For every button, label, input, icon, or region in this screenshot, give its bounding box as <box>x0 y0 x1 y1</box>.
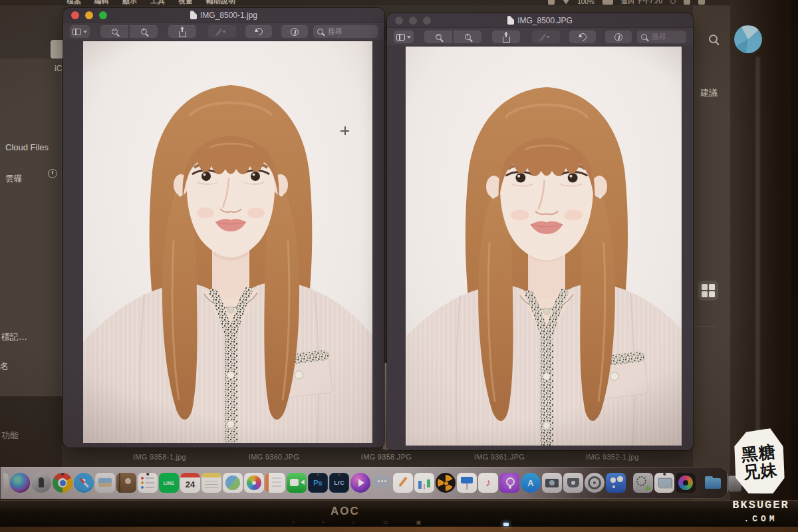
sidebar-item-cloud-files[interactable]: Cloud Files <box>5 142 49 152</box>
media-player-icon[interactable] <box>350 473 370 493</box>
document-icon <box>507 16 514 25</box>
screen: 檔案 編輯 顯示 工具 視窗 輔助說明 100% 週四 下午7:20 <box>0 0 791 501</box>
zoom-out-button[interactable]: − <box>424 31 452 43</box>
menu-item-edit[interactable]: 編輯 <box>94 0 109 5</box>
toolbar: − + <box>387 28 693 45</box>
sidebar-item-tags[interactable]: 標記… <box>1 331 27 343</box>
pages-icon[interactable] <box>393 473 413 493</box>
monitor-buttons[interactable]: ‹›○▭▣ <box>293 519 421 525</box>
search-field[interactable] <box>637 31 686 43</box>
creative-cloud-icon[interactable] <box>676 473 696 493</box>
wifi-icon[interactable] <box>563 0 569 5</box>
rotate-icon <box>253 27 263 37</box>
search-input[interactable] <box>327 27 374 36</box>
line-app-icon[interactable]: LINE <box>159 473 179 493</box>
siri-icon[interactable] <box>10 473 30 493</box>
grid-view-button[interactable] <box>698 281 718 301</box>
preview-window-2: IMG_8500.JPG − + <box>387 13 693 450</box>
siri-icon[interactable] <box>684 0 690 5</box>
sidebar-item-rename-fragment[interactable]: 名 <box>0 360 9 372</box>
image-capture-icon[interactable] <box>542 473 562 493</box>
notes-icon[interactable] <box>201 473 221 493</box>
downloads-folder-icon[interactable] <box>703 473 723 493</box>
dvd-player-icon[interactable] <box>585 473 604 493</box>
photos-icon[interactable] <box>244 473 264 493</box>
launchpad-icon[interactable] <box>31 473 51 493</box>
disk-pie-icon[interactable] <box>734 25 762 53</box>
books-icon[interactable] <box>265 473 285 493</box>
menu-status: 100% 週四 下午7:20 <box>548 0 705 5</box>
sidebar-icon <box>72 29 81 35</box>
rotate-button[interactable] <box>569 31 596 43</box>
app-store-icon[interactable]: A <box>521 473 541 493</box>
markup-pen-button[interactable] <box>532 31 560 43</box>
zoom-in-button[interactable]: + <box>454 31 481 43</box>
sidebar-toggle-button[interactable] <box>394 31 414 43</box>
markup-pen-button[interactable] <box>208 25 236 38</box>
screen-sharing-icon[interactable] <box>606 473 626 493</box>
monitor-bezel: AOC ‹›○▭▣ <box>0 500 798 527</box>
music-icon[interactable]: ♪ <box>478 473 498 493</box>
menu-clock[interactable]: 週四 下午7:20 <box>621 0 662 5</box>
share-button[interactable] <box>168 25 196 38</box>
photoshop-icon[interactable]: Ps <box>308 473 328 493</box>
finder-icon[interactable] <box>3 473 9 493</box>
background-right-panel <box>693 5 730 501</box>
sidebar-toggle-button[interactable] <box>70 25 90 38</box>
find-my-icon[interactable] <box>223 473 243 493</box>
chrome-icon[interactable] <box>53 473 72 493</box>
portrait-photo-original <box>406 47 682 446</box>
search-field[interactable] <box>313 25 378 38</box>
title-bar[interactable]: IMG_8500.JPG <box>387 13 693 28</box>
contacts-icon[interactable] <box>116 473 136 493</box>
zoom-button[interactable] <box>99 11 107 19</box>
search-icon <box>317 29 323 35</box>
battery-icon <box>602 0 613 5</box>
calendar-icon[interactable]: 24 <box>180 473 200 493</box>
menu-item-view[interactable]: 顯示 <box>122 0 137 5</box>
share-button[interactable] <box>492 31 520 43</box>
zoom-in-button[interactable]: + <box>130 25 158 38</box>
utility-app-icon[interactable] <box>633 473 653 493</box>
menu-item-tools[interactable]: 工具 <box>150 0 165 5</box>
menu-item-window[interactable]: 視窗 <box>178 0 193 5</box>
reminders-icon[interactable] <box>138 473 158 493</box>
lightroom-classic-icon[interactable]: LrC <box>329 473 349 493</box>
minimize-button[interactable] <box>409 17 417 25</box>
photo-stack-icon[interactable] <box>654 473 674 493</box>
preview-window-1: IMG_8500-1.jpg − + <box>63 8 384 448</box>
close-button[interactable] <box>71 11 79 19</box>
burn-app-icon[interactable] <box>436 473 456 493</box>
numbers-icon[interactable] <box>414 473 434 493</box>
minimize-button[interactable] <box>85 11 93 19</box>
facetime-icon[interactable] <box>287 473 307 493</box>
menu-item-help[interactable]: 輔助說明 <box>206 0 235 5</box>
zoom-button[interactable] <box>423 17 431 25</box>
photo-booth-icon[interactable] <box>563 473 583 493</box>
panel-divider <box>693 326 716 327</box>
dock-divider <box>629 470 630 495</box>
close-button[interactable] <box>395 17 403 25</box>
search-input[interactable] <box>650 32 682 41</box>
screen-right-edge <box>730 0 791 501</box>
messages-icon[interactable] <box>372 473 392 493</box>
rotate-button[interactable] <box>245 25 272 38</box>
crosshair-cursor <box>340 126 349 135</box>
zoom-out-button[interactable]: − <box>100 25 128 38</box>
title-bar[interactable]: IMG_8500-1.jpg <box>63 8 384 23</box>
spotlight-icon[interactable] <box>670 0 676 4</box>
search-icon[interactable] <box>709 35 718 43</box>
podcasts-icon[interactable] <box>499 473 519 493</box>
preview-app-icon[interactable] <box>95 473 115 493</box>
control-center-icon[interactable] <box>698 0 705 5</box>
menu-bar: 檔案 編輯 顯示 工具 視窗 輔助說明 100% 週四 下午7:20 <box>0 0 791 5</box>
markup-toolbar-button[interactable] <box>281 25 308 38</box>
share-icon <box>503 37 510 43</box>
markup-toolbar-button[interactable] <box>605 31 632 43</box>
menu-item-file[interactable]: 檔案 <box>66 0 81 5</box>
bluetooth-icon[interactable] <box>548 0 555 5</box>
safari-icon[interactable] <box>74 473 94 493</box>
keynote-icon[interactable] <box>457 473 477 493</box>
sidebar-item-function-fragment[interactable]: 功能 <box>1 430 19 442</box>
sidebar-item-cloud-disk[interactable]: 雲碟 <box>5 173 23 185</box>
